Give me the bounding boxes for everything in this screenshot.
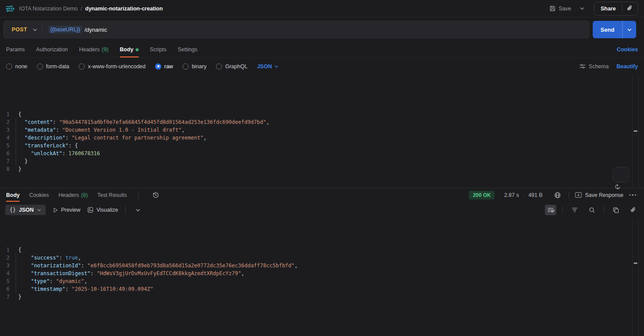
indent-guide xyxy=(16,126,16,134)
line-number: 2 xyxy=(0,254,15,262)
tab-headers[interactable]: Headers (9) xyxy=(79,42,109,57)
body-type-row: none form-data x-www-form-urlencoded raw… xyxy=(0,58,644,75)
radio-icon xyxy=(79,63,85,70)
response-history-button[interactable] xyxy=(150,190,161,200)
send-button[interactable]: Send xyxy=(593,21,622,38)
topbar-actions: Save Share xyxy=(546,2,638,16)
filter-icon[interactable] xyxy=(569,205,580,215)
request-tabs: Params Authorization Headers (9) Body Sc… xyxy=(0,42,644,58)
indent-guide xyxy=(16,277,16,285)
save-options-button[interactable] xyxy=(577,4,587,13)
wrap-text-button[interactable] xyxy=(545,205,556,215)
play-icon xyxy=(53,207,58,213)
code-line: 3 "notarizationId": "e6f8ccb6950458fd9eb… xyxy=(0,262,644,269)
tab-authorization[interactable]: Authorization xyxy=(36,42,68,57)
line-number: 2 xyxy=(0,118,15,126)
method-chevron-down-icon[interactable] xyxy=(33,28,37,31)
send-options-button[interactable] xyxy=(622,21,636,38)
url-path: /dynamic xyxy=(84,27,107,33)
breadcrumb-separator: / xyxy=(81,6,82,12)
save-button[interactable]: Save xyxy=(546,3,575,14)
body-type-raw[interactable]: raw xyxy=(155,63,173,70)
code-line: 6 "timestamp": "2025-10-16T10:49:09.094Z… xyxy=(0,285,644,293)
headers-count: (9) xyxy=(102,47,108,53)
tab-scripts[interactable]: Scripts xyxy=(150,42,166,57)
line-number: 5 xyxy=(0,142,15,150)
body-type-none[interactable]: none xyxy=(6,63,27,70)
tab-settings[interactable]: Settings xyxy=(178,42,197,57)
format-options-chevron[interactable] xyxy=(133,205,144,215)
tab-body[interactable]: Body xyxy=(120,42,139,57)
network-globe-icon[interactable] xyxy=(552,190,563,200)
code-line: 2 "success": true, xyxy=(0,254,644,262)
postbot-button[interactable] xyxy=(613,167,629,183)
url-variable-chip[interactable]: {{baseURL}} xyxy=(48,26,83,33)
url-container: POST {{baseURL}} /dynamic xyxy=(3,21,589,38)
cookies-link[interactable]: Cookies xyxy=(617,47,638,53)
code-line: 1{ xyxy=(0,246,644,254)
schema-button[interactable]: Schema xyxy=(579,63,609,70)
line-number: 8 xyxy=(0,165,15,173)
response-editor-scrollbar[interactable] xyxy=(632,218,639,336)
request-url-row: POST {{baseURL}} /dynamic Send xyxy=(0,17,644,42)
response-meta: 200 OK · 2.87 s · 491 B · Save Response xyxy=(469,190,638,200)
line-number: 6 xyxy=(0,150,15,157)
chevron-down-icon xyxy=(274,65,279,68)
preview-button[interactable]: Preview xyxy=(53,207,80,213)
breadcrumb-request-name[interactable]: dynamic-notarization-creation xyxy=(85,6,163,12)
response-size[interactable]: 491 B xyxy=(528,192,543,198)
status-badge[interactable]: 200 OK xyxy=(469,191,495,200)
raw-language-select[interactable]: JSON xyxy=(257,63,279,70)
chevron-down-icon xyxy=(627,28,632,31)
response-tab-headers[interactable]: Headers (8) xyxy=(58,188,88,202)
breadcrumb-collection[interactable]: IOTA Notarization Demo xyxy=(19,6,78,12)
line-number: 3 xyxy=(0,262,15,269)
response-tab-cookies[interactable]: Cookies xyxy=(29,188,49,202)
scrollbar-thumb[interactable] xyxy=(634,263,637,264)
copy-link-button[interactable] xyxy=(622,2,637,15)
scrollbar-thumb[interactable] xyxy=(634,130,637,132)
url-input[interactable]: {{baseURL}} /dynamic xyxy=(48,26,589,33)
indent-guide xyxy=(16,118,16,126)
body-type-graphql[interactable]: GraphQL xyxy=(216,63,247,70)
app-window: HTTP IOTA Notarization Demo / dynamic-no… xyxy=(0,0,644,336)
search-icon[interactable] xyxy=(586,205,598,215)
body-type-actions: Schema Beautify xyxy=(579,63,638,70)
line-number: 1 xyxy=(0,246,15,254)
response-format-select[interactable]: {} JSON xyxy=(5,205,46,215)
line-number: 4 xyxy=(0,134,15,142)
code-line: 1{ xyxy=(0,110,644,118)
response-header: Body Cookies Headers (8) Test Results 20… xyxy=(0,188,644,202)
postbot-sparkle-icon xyxy=(613,167,638,207)
history-clock-icon xyxy=(153,192,159,198)
line-number: 4 xyxy=(0,269,15,277)
indent-guide xyxy=(16,269,16,277)
response-tab-test-results[interactable]: Test Results xyxy=(97,188,127,202)
tab-params[interactable]: Params xyxy=(6,42,25,57)
indent-guide xyxy=(16,134,16,142)
code-line: 8} xyxy=(0,165,644,173)
response-tab-body[interactable]: Body xyxy=(6,188,20,202)
radio-icon xyxy=(183,63,189,70)
sliders-icon xyxy=(579,63,586,69)
body-type-binary[interactable]: binary xyxy=(183,63,206,70)
radio-icon xyxy=(216,63,222,70)
beautify-button[interactable]: Beautify xyxy=(617,63,638,70)
request-body-editor[interactable]: 1{2 "content": "96a5447815a0bf0e7efa6684… xyxy=(0,75,644,188)
save-icon xyxy=(549,5,556,12)
body-type-form-data[interactable]: form-data xyxy=(37,63,70,70)
line-number: 3 xyxy=(0,126,15,134)
indent-guide xyxy=(16,157,16,165)
radio-selected-icon xyxy=(155,63,161,70)
code-line: 7} xyxy=(0,293,644,301)
code-line: 4 "description": "Legal contract for par… xyxy=(0,134,644,142)
response-body-editor[interactable]: 1{2 "success": true,3 "notarizationId": … xyxy=(0,218,644,336)
top-bar: HTTP IOTA Notarization Demo / dynamic-no… xyxy=(0,0,644,17)
svg-text:HTTP: HTTP xyxy=(6,7,14,10)
visualize-button[interactable]: Visualize xyxy=(87,207,118,213)
indent-guide xyxy=(16,262,16,269)
response-time[interactable]: 2.87 s xyxy=(504,192,519,198)
method-select[interactable]: POST xyxy=(4,27,33,33)
body-type-urlencoded[interactable]: x-www-form-urlencoded xyxy=(79,63,146,70)
share-button[interactable]: Share xyxy=(594,2,622,15)
